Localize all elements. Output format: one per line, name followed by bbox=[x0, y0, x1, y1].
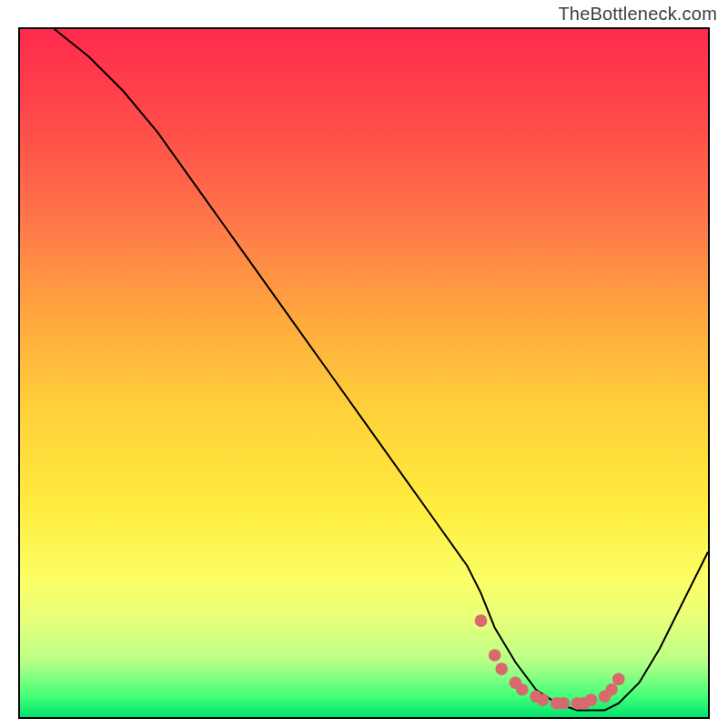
emphasis-dot bbox=[475, 614, 488, 627]
attribution-text: TheBottleneck.com bbox=[558, 4, 717, 25]
emphasis-dot bbox=[605, 683, 618, 696]
emphasis-dot-group bbox=[475, 614, 625, 709]
emphasis-dot bbox=[612, 673, 625, 686]
emphasis-dot bbox=[585, 693, 598, 706]
emphasis-dot bbox=[537, 693, 550, 706]
emphasis-dot bbox=[495, 662, 508, 675]
chart-svg bbox=[20, 29, 708, 717]
bottleneck-curve-line bbox=[55, 29, 708, 710]
chart-plot-area bbox=[18, 27, 710, 719]
emphasis-dot bbox=[516, 683, 529, 696]
emphasis-dot bbox=[489, 649, 501, 662]
emphasis-dot bbox=[557, 697, 570, 710]
